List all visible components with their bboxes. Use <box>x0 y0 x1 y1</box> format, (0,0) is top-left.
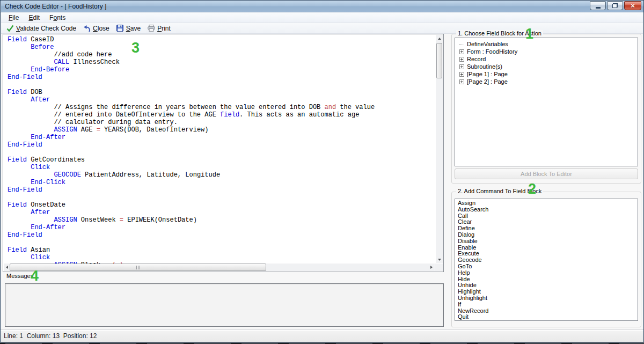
toolbar-button-label: Save <box>126 25 141 32</box>
toolbar-button-label: Close <box>93 25 109 32</box>
restore-button[interactable] <box>607 1 623 10</box>
minimize-icon <box>596 7 601 9</box>
command-item-newrecord[interactable]: NewRecord <box>457 308 638 314</box>
arrow-right-icon <box>430 266 433 269</box>
command-item-enable[interactable]: Enable <box>457 245 638 251</box>
print-icon <box>147 25 155 32</box>
scroll-down-button[interactable] <box>436 256 443 263</box>
code-text-area[interactable]: Field CaseID Before //add code here CALL… <box>3 34 436 264</box>
code-line: End-Field <box>8 231 436 239</box>
tree-item-subroutine-s[interactable]: Subroutine(s) <box>455 63 638 70</box>
editor-vertical-scrollbar[interactable] <box>436 35 443 263</box>
expand-plus-icon[interactable] <box>459 49 464 54</box>
code-line: After <box>8 96 436 104</box>
command-item-clear[interactable]: Clear <box>457 219 638 225</box>
command-item-goto[interactable]: GoTo <box>457 264 638 270</box>
menu-item-file[interactable]: File <box>4 13 24 23</box>
close-button[interactable]: × <box>624 1 641 10</box>
tree-item-label: Record <box>467 56 486 62</box>
minimize-button[interactable] <box>590 1 606 10</box>
tree-item-form-foodhistory[interactable]: Form : FoodHistory <box>455 48 638 55</box>
annotation-4: 4 <box>31 269 39 283</box>
code-line: After <box>8 209 436 216</box>
menu-item-fonts[interactable]: Fonts <box>45 13 70 23</box>
scroll-up-button[interactable] <box>436 35 443 42</box>
tree-item-record[interactable]: Record <box>455 55 638 63</box>
code-line: Field Asian <box>8 246 436 254</box>
expand-plus-icon[interactable] <box>459 72 464 77</box>
command-item-hide[interactable]: Hide <box>457 276 638 283</box>
tree-item-label: DefineVariables <box>467 41 508 47</box>
code-line: Field OnsetDate <box>8 201 436 209</box>
code-line: Click <box>8 254 436 261</box>
save-icon <box>116 25 124 32</box>
code-line: GEOCODE PatientAddress, Latitude, Longit… <box>8 171 436 179</box>
window-controls: × <box>590 1 641 10</box>
validate-check-icon <box>6 25 14 32</box>
command-item-geocode[interactable]: Geocode <box>457 257 638 264</box>
validate-check-code-button[interactable]: Validate Check Code <box>3 24 79 33</box>
code-line <box>8 81 436 89</box>
annotation-3: 3 <box>131 41 140 55</box>
messages-label: Messages <box>6 273 33 279</box>
command-item-define[interactable]: Define <box>457 225 638 232</box>
close-button[interactable]: Close <box>79 24 113 33</box>
arrow-left-icon <box>6 266 8 269</box>
scrollbar-corner <box>435 264 443 271</box>
code-line <box>8 149 436 156</box>
command-item-execute[interactable]: Execute <box>457 251 638 257</box>
close-icon: × <box>631 2 635 10</box>
code-line: End-After <box>8 224 436 231</box>
code-line: // entered into DateOfInterview to the A… <box>8 111 436 119</box>
command-item-quit[interactable]: Quit <box>457 314 638 320</box>
code-line: End-Field <box>8 186 436 194</box>
code-editor[interactable]: Field CaseID Before //add code here CALL… <box>3 34 444 272</box>
toolbar-button-label: Validate Check Code <box>16 25 76 32</box>
scroll-right-button[interactable] <box>428 264 435 271</box>
scroll-grip-icon <box>136 266 140 269</box>
command-item-disable[interactable]: Disable <box>457 238 638 245</box>
command-group: 2. Add Command To Field Block AssignAuto… <box>451 192 641 327</box>
expand-plus-icon[interactable] <box>459 79 464 84</box>
code-line: // calculator during data entry. <box>8 119 436 126</box>
toolbar: Validate Check CodeCloseSavePrint <box>1 23 643 34</box>
command-item-unhide[interactable]: Unhide <box>457 282 638 289</box>
command-item-unhighlight[interactable]: Unhighlight <box>457 295 638 302</box>
command-list[interactable]: AssignAutoSearchCallClearDefineDialogDis… <box>455 199 638 321</box>
field-block-tree[interactable]: DefineVariablesForm : FoodHistoryRecordS… <box>455 38 638 166</box>
code-line: Click <box>8 164 436 171</box>
code-line: // Assigns the difference in years betwe… <box>8 104 436 111</box>
menu-bar: FileEditFonts <box>1 12 643 23</box>
vertical-scroll-thumb[interactable] <box>436 43 442 78</box>
add-block-to-editor-button[interactable]: Add Block To Editor <box>455 169 638 179</box>
editor-horizontal-scrollbar[interactable] <box>4 264 435 271</box>
horizontal-scroll-thumb[interactable] <box>10 264 266 271</box>
title-bar[interactable]: Check Code Editor - [ FoodHistory ] × <box>1 1 643 12</box>
command-item-if[interactable]: If <box>457 302 638 308</box>
menu-item-edit[interactable]: Edit <box>24 13 45 23</box>
restore-icon <box>612 3 618 8</box>
tree-item-definevariables[interactable]: DefineVariables <box>455 40 638 48</box>
code-line: Field CaseID <box>8 36 436 43</box>
tree-item-label: Subroutine(s) <box>467 63 502 70</box>
window-title: Check Code Editor - [ FoodHistory ] <box>5 3 106 10</box>
command-item-dialog[interactable]: Dialog <box>457 232 638 238</box>
screen: Check Code Editor - [ FoodHistory ] × Fi… <box>0 0 644 344</box>
toolbar-button-label: Print <box>157 25 171 32</box>
annotation-1: 1 <box>525 27 533 41</box>
tree-item-page-2-page[interactable]: [Page 2] : Page <box>455 78 638 85</box>
command-item-help[interactable]: Help <box>457 270 638 276</box>
command-item-call[interactable]: Call <box>457 213 638 219</box>
print-button[interactable]: Print <box>144 24 174 33</box>
code-line: //add code here <box>8 51 436 58</box>
code-line <box>8 194 436 201</box>
expand-plus-icon[interactable] <box>459 64 464 69</box>
save-button[interactable]: Save <box>113 24 144 33</box>
command-item-autosearch[interactable]: AutoSearch <box>457 207 638 213</box>
annotation-2: 2 <box>528 182 536 196</box>
code-line: End-After <box>8 134 436 141</box>
tree-item-label: [Page 2] : Page <box>467 78 508 85</box>
tree-item-page-1-page[interactable]: [Page 1] : Page <box>455 70 638 78</box>
code-line: CALL IllnessCheck <box>8 58 436 66</box>
expand-plus-icon[interactable] <box>459 57 464 62</box>
